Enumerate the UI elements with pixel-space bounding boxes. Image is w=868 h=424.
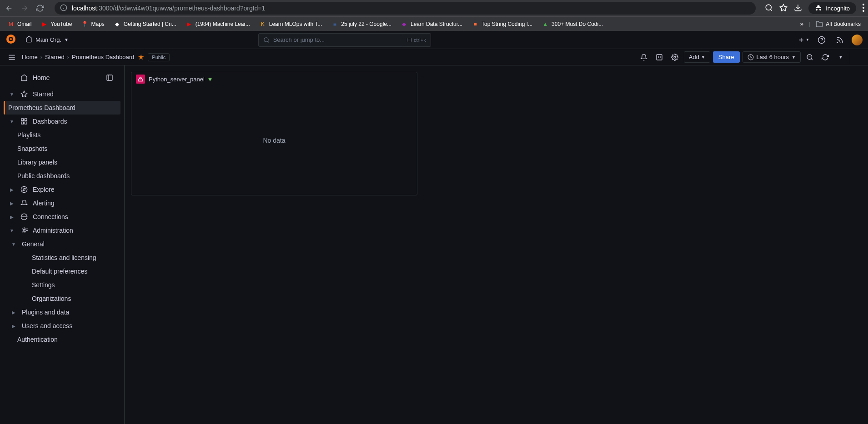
time-picker[interactable]: Last 6 hours ▼ (743, 51, 801, 63)
svg-point-6 (863, 4, 864, 5)
bookmark-item[interactable]: ▶YouTube (37, 19, 75, 30)
sidebar-general[interactable]: ▼ General (4, 237, 120, 251)
sidebar-label: Statistics and licensing (32, 254, 96, 261)
site-info-icon[interactable] (60, 4, 67, 13)
svg-marker-5 (780, 4, 787, 10)
bookmark-item[interactable]: ▶(1984) Machine Lear... (182, 19, 254, 30)
clock-icon (748, 54, 754, 60)
user-avatar[interactable] (852, 35, 863, 45)
browser-forward-button[interactable] (19, 3, 30, 14)
bookmark-favicon: ▲ (542, 20, 549, 28)
sidebar-statistics[interactable]: Statistics and licensing (4, 251, 120, 264)
chevron-down-icon[interactable]: ▼ (10, 242, 17, 247)
dock-sidebar-button[interactable] (103, 71, 116, 84)
sidebar-default-preferences[interactable]: Default preferences (4, 264, 120, 278)
bookmarks-overflow-icon[interactable]: » (797, 20, 807, 27)
bookmark-item[interactable]: 📍Maps (78, 19, 108, 30)
browser-back-button[interactable] (4, 3, 15, 14)
sidebar-dashboards[interactable]: ▼ Dashboards (4, 115, 120, 128)
url-bar[interactable]: localhost:3000/d/cdwwi4w01quwwa/promethe… (55, 2, 756, 15)
all-bookmarks-button[interactable]: All Bookmarks (812, 19, 864, 30)
panel-header: Python_server_panel ♥ (131, 72, 417, 86)
global-search-input[interactable]: Search or jump to... ctrl+k (258, 33, 431, 47)
sidebar-organizations[interactable]: Organizations (4, 292, 120, 305)
sidebar-public-dashboards[interactable]: Public dashboards (4, 169, 120, 183)
chevron-right-icon[interactable]: ▶ (8, 214, 15, 219)
bookmark-star-icon[interactable] (779, 4, 788, 13)
menu-toggle-button[interactable] (5, 51, 18, 64)
browser-reload-button[interactable] (35, 3, 45, 14)
home-icon (25, 35, 33, 44)
sidebar-home[interactable]: Home (4, 68, 120, 87)
settings-button[interactable] (668, 51, 681, 64)
insights-button[interactable] (653, 51, 666, 64)
bookmark-label: Learn Data Structur... (411, 21, 462, 27)
notifications-button[interactable] (637, 51, 650, 64)
bookmark-item[interactable]: KLearn MLOps with T... (256, 19, 326, 30)
sidebar-snapshots[interactable]: Snapshots (4, 142, 120, 155)
breadcrumb-starred[interactable]: Starred (45, 54, 65, 60)
help-button[interactable] (815, 34, 828, 46)
bookmark-item[interactable]: ■Top String Coding I... (468, 19, 536, 30)
sidebar-prometheus-dashboard[interactable]: Prometheus Dashboard (4, 101, 120, 115)
sidebar-connections[interactable]: ▶ Connections (4, 210, 120, 224)
chevron-down-icon[interactable]: ▼ (8, 92, 15, 97)
sidebar-label: Snapshots (17, 145, 47, 152)
sidebar-label: Authentication (17, 336, 58, 343)
sidebar-starred[interactable]: ▼ Starred (4, 87, 120, 101)
chevron-down-icon: ▼ (701, 55, 705, 60)
chrome-menu-icon[interactable] (863, 4, 864, 13)
time-range-label: Last 6 hours (757, 54, 789, 60)
search-tabs-icon[interactable] (765, 4, 773, 13)
sidebar-label: Playlists (17, 131, 40, 139)
chevron-right-icon[interactable]: ▶ (10, 324, 17, 329)
svg-rect-36 (25, 122, 27, 124)
downloads-icon[interactable] (794, 4, 802, 13)
star-icon[interactable]: ★ (138, 53, 144, 61)
sidebar-users[interactable]: ▶ Users and access (4, 319, 120, 333)
chevron-down-icon[interactable]: ▼ (8, 119, 15, 124)
add-new-button[interactable]: ▼ (797, 34, 810, 46)
bell-icon (20, 200, 28, 207)
sidebar-administration[interactable]: ▼ Administration (4, 224, 120, 237)
bookmark-item[interactable]: ≡25 july 22 - Google... (327, 19, 395, 30)
add-panel-button[interactable]: Add ▼ (684, 51, 710, 63)
sidebar-library-panels[interactable]: Library panels (4, 155, 120, 169)
chevron-right-icon[interactable]: ▶ (8, 201, 15, 206)
bookmark-item[interactable]: ◆Getting Started | Cri... (110, 19, 180, 30)
chevron-right-icon[interactable]: ▶ (10, 310, 17, 315)
sidebar-settings[interactable]: Settings (4, 278, 120, 292)
bookmark-item[interactable]: ◆Learn Data Structur... (397, 19, 466, 30)
sidebar-plugins[interactable]: ▶ Plugins and data (4, 305, 120, 319)
bookmark-label: (1984) Machine Lear... (196, 21, 250, 27)
grid-icon (20, 118, 28, 125)
sidebar-alerting[interactable]: ▶ Alerting (4, 196, 120, 210)
bookmark-item[interactable]: MGmail (4, 19, 35, 30)
sidebar-label: Dashboards (33, 118, 67, 125)
svg-point-8 (863, 10, 864, 12)
sidebar-authentication[interactable]: Authentication (4, 333, 120, 346)
bookmark-item[interactable]: ▲300+ Must Do Codi... (538, 19, 607, 30)
chevron-right-icon[interactable]: ▶ (8, 187, 15, 192)
breadcrumb-current: Prometheus Dashboard (72, 54, 134, 60)
org-selector[interactable]: Main Org. ▼ (22, 34, 72, 46)
collapse-button[interactable] (850, 51, 863, 64)
panel-python-server[interactable]: Python_server_panel ♥ No data (131, 72, 417, 195)
dashboard-toolbar: Home › Starred › Prometheus Dashboard ★ … (0, 49, 868, 65)
bookmark-label: Maps (91, 21, 105, 27)
grafana-logo-icon[interactable] (5, 34, 16, 46)
sidebar-playlists[interactable]: Playlists (4, 128, 120, 142)
bookmark-favicon: ■ (472, 20, 479, 28)
incognito-badge[interactable]: Incognito (808, 2, 856, 14)
bookmark-favicon: ▶ (40, 20, 48, 28)
search-placeholder: Search or jump to... (273, 36, 325, 43)
sidebar-explore[interactable]: ▶ Explore (4, 183, 120, 196)
share-button[interactable]: Share (713, 51, 740, 63)
zoom-out-button[interactable] (803, 51, 816, 64)
refresh-interval-button[interactable]: ▼ (834, 51, 847, 64)
news-button[interactable] (833, 34, 846, 46)
all-bookmarks-label: All Bookmarks (826, 21, 861, 27)
refresh-button[interactable] (819, 51, 832, 64)
breadcrumb-home[interactable]: Home (22, 54, 38, 60)
chevron-down-icon[interactable]: ▼ (8, 228, 15, 233)
